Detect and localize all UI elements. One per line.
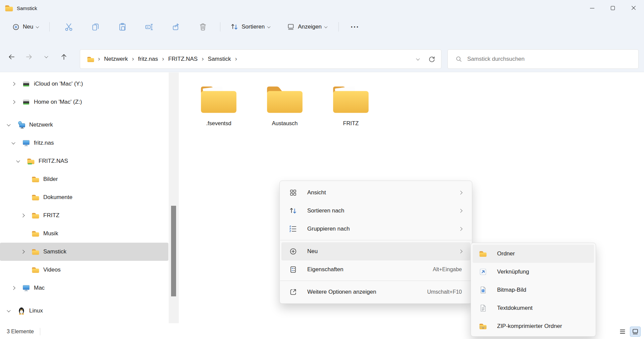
minimize-button[interactable] [582, 0, 602, 16]
expand-chevron-icon[interactable] [10, 287, 17, 289]
folder-tile-fseventsd[interactable]: .fseventsd [191, 83, 246, 127]
sidebar-scrollbar[interactable] [169, 72, 179, 323]
paste-button[interactable] [112, 19, 133, 34]
back-button[interactable] [3, 49, 20, 64]
sort-button[interactable]: Sortieren [226, 19, 274, 34]
cut-button[interactable] [58, 19, 79, 34]
folder-tile-fritz[interactable]: FRITZ [323, 83, 378, 127]
folder-icon [199, 84, 238, 116]
navigation-pane: iCloud on 'Mac' (Y:) Home on 'Mac' (Z:) … [0, 72, 169, 324]
bitmap-image-icon [479, 286, 487, 294]
view-button[interactable]: Anzeigen [283, 19, 331, 34]
copy-button[interactable] [85, 19, 106, 34]
up-button[interactable] [55, 49, 72, 64]
rename-button[interactable] [139, 19, 160, 34]
sidebar-item-samstick[interactable]: Samstick [0, 243, 168, 261]
delete-button[interactable] [193, 19, 213, 34]
trash-icon [199, 22, 207, 31]
breadcrumb-separator: › [234, 55, 238, 63]
expand-chevron-icon[interactable] [19, 214, 26, 217]
submenu-item-label: Bitmap-Bild [497, 287, 526, 293]
sidebar-item-musik[interactable]: Musik [0, 225, 168, 243]
toolbar-separator [220, 22, 220, 32]
sidebar-item-netzwerk[interactable]: Netzwerk [0, 116, 168, 134]
context-menu-item-neu[interactable]: Neu [281, 242, 470, 260]
view-button-label: Anzeigen [298, 23, 322, 30]
forward-button[interactable] [20, 49, 38, 64]
maximize-icon [611, 6, 615, 10]
sidebar-item-bilder[interactable]: Bilder [0, 170, 168, 188]
sidebar-item-label: Home on 'Mac' (Z:) [34, 99, 82, 105]
item-count: 3 Elemente [7, 329, 34, 335]
sidebar-item-fritz-nas-share[interactable]: FRITZ.NAS [0, 152, 168, 170]
zip-folder-icon [479, 322, 487, 330]
submenu-item-textdokument[interactable]: Textdokument [473, 299, 594, 317]
sidebar-item-dokumente[interactable]: Dokumente [0, 188, 168, 206]
copy-icon [91, 22, 100, 31]
sidebar-item-fritz[interactable]: FRITZ [0, 206, 168, 225]
sidebar-item-linux[interactable]: Linux [0, 302, 168, 320]
sidebar-item-fritz-nas-host[interactable]: fritz.nas [0, 134, 168, 152]
large-icons-view-button[interactable] [630, 327, 641, 337]
sidebar-item-icloud-mac[interactable]: iCloud on 'Mac' (Y:) [0, 75, 168, 93]
share-button[interactable] [166, 19, 186, 34]
context-menu-item-ansicht[interactable]: Ansicht [281, 184, 470, 202]
folder-icon [32, 175, 40, 183]
group-by-icon [289, 225, 297, 233]
context-menu-item-eigenschaften[interactable]: Eigenschaften Alt+Eingabe [281, 260, 470, 279]
folder-name: FRITZ [343, 120, 359, 127]
collapse-chevron-icon[interactable] [5, 124, 12, 126]
expand-chevron-icon[interactable] [10, 83, 17, 85]
file-explorer-window: Samstick Neu Sor [0, 0, 644, 339]
submenu-item-verknuepfung[interactable]: Verknüpfung [473, 263, 594, 281]
recent-locations-button[interactable] [38, 49, 55, 64]
context-menu-item-weitere-optionen[interactable]: Weitere Optionen anzeigen Umschalt+F10 [281, 283, 470, 301]
context-menu-item-sortieren-nach[interactable]: Sortieren nach [281, 202, 470, 220]
maximize-button[interactable] [602, 0, 623, 16]
menu-item-shortcut: Umschalt+F10 [427, 289, 462, 295]
expand-chevron-icon[interactable] [19, 250, 26, 253]
collapse-chevron-icon[interactable] [5, 309, 12, 312]
sidebar-item-home-mac[interactable]: Home on 'Mac' (Z:) [0, 93, 168, 111]
sidebar-item-mac[interactable]: Mac [0, 279, 168, 297]
address-bar[interactable]: › Netzwerk › fritz.nas › FRITZ.NAS › Sam… [80, 49, 441, 69]
new-button-label: Neu [23, 23, 33, 30]
address-dropdown-chevron-icon[interactable] [416, 57, 420, 60]
details-view-button[interactable] [617, 327, 628, 337]
sidebar-item-label: fritz.nas [34, 140, 54, 146]
submenu-item-bitmap-bild[interactable]: Bitmap-Bild [473, 281, 594, 299]
expand-chevron-icon[interactable] [10, 101, 17, 103]
chevron-down-icon [324, 25, 328, 28]
sidebar-item-videos[interactable]: Videos [0, 261, 168, 279]
submenu-item-zip-ordner[interactable]: ZIP-komprimierter Ordner [473, 317, 594, 335]
folder-icon [265, 84, 305, 116]
breadcrumb-netzwerk[interactable]: Netzwerk [101, 54, 130, 64]
collapse-chevron-icon[interactable] [15, 160, 21, 162]
sidebar-item-label: Musik [43, 230, 58, 237]
close-button[interactable] [623, 0, 644, 16]
submenu-item-ordner[interactable]: Ordner [473, 245, 594, 263]
new-button[interactable]: Neu [8, 19, 43, 34]
window-title: Samstick [17, 5, 37, 11]
scrollbar-thumb[interactable] [171, 206, 176, 296]
sort-icon [230, 23, 238, 31]
folder-tile-austausch[interactable]: Austausch [257, 83, 312, 127]
refresh-icon[interactable] [428, 55, 436, 63]
linux-penguin-icon [17, 307, 25, 315]
submenu-chevron-icon [459, 191, 462, 194]
breadcrumb-fritz-nas-host[interactable]: fritz.nas [136, 54, 161, 64]
folder-icon [32, 248, 40, 256]
paste-icon [118, 22, 127, 31]
menu-item-label: Ansicht [307, 189, 459, 196]
breadcrumb-fritz-nas-share[interactable]: FRITZ.NAS [165, 54, 200, 64]
network-drive-icon [22, 80, 30, 88]
breadcrumb-samstick[interactable]: Samstick [205, 54, 234, 64]
cut-icon [64, 22, 73, 31]
collapse-chevron-icon[interactable] [10, 142, 17, 144]
more-options-button[interactable]: ••• [345, 19, 366, 34]
title-group: Samstick [0, 4, 37, 12]
folder-icon [479, 250, 487, 258]
context-menu-item-gruppieren-nach[interactable]: Gruppieren nach [281, 220, 470, 238]
submenu-chevron-icon [459, 249, 462, 253]
search-input[interactable] [467, 56, 632, 62]
